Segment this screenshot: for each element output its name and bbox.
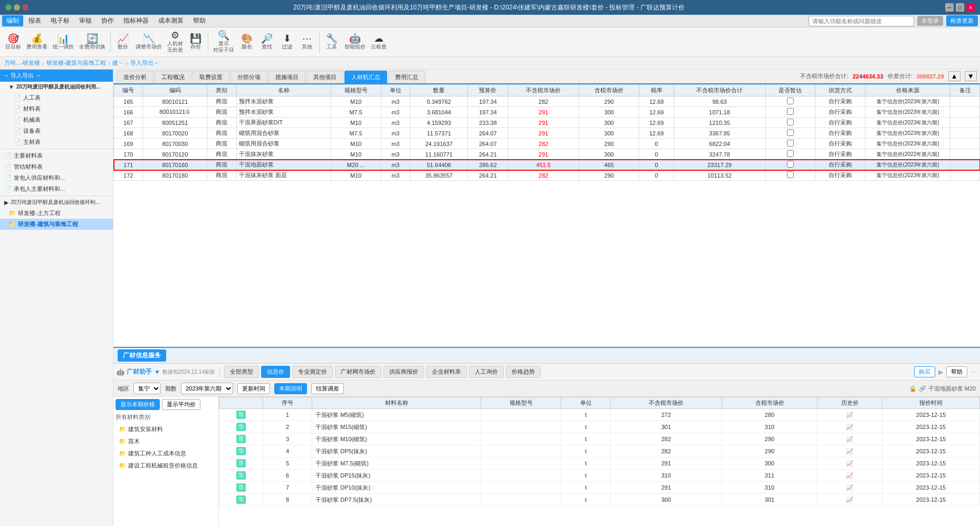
bottom-cell-trend[interactable]: 📈 bbox=[818, 445, 882, 457]
tab-project-overview[interactable]: 工程概况 bbox=[155, 71, 191, 83]
import-price-button[interactable]: 导 bbox=[236, 495, 246, 504]
maximize-button[interactable]: □ bbox=[956, 3, 964, 12]
toolbar-man-machine[interactable]: ⚙ 人机材无价差 bbox=[165, 30, 185, 54]
region-select[interactable]: 集宁 bbox=[133, 383, 161, 394]
import-price-button[interactable]: 导 bbox=[236, 483, 246, 492]
update-time-button[interactable]: 更新时间 bbox=[237, 383, 270, 394]
bottom-tab-pro-price[interactable]: 专业测定价 bbox=[292, 366, 333, 378]
import-price-button[interactable]: 导 bbox=[236, 423, 246, 431]
toolbar-tools[interactable]: 🔧 工具 bbox=[322, 33, 341, 51]
toolbar-full-fee[interactable]: 🔄 全费用切换 bbox=[77, 33, 108, 51]
sidebar-item-labor[interactable]: 📄 人工表 bbox=[0, 92, 113, 103]
toolbar-smart-price[interactable]: 🤖 智能组价 bbox=[342, 33, 368, 51]
category-machinery[interactable]: 📁 建设工程机械租赁价格信息 bbox=[116, 460, 216, 472]
table-row[interactable]: 16880170020商混砌筑用混合砂浆M7.5m311.57371264.07… bbox=[114, 128, 980, 139]
bottom-table-row[interactable]: 导5干混砂浆 M7.5(砌筑)t291300📈2023-12-15 bbox=[219, 457, 980, 470]
sidebar-item-pipe-materials[interactable]: 📄 管结材料表 bbox=[0, 161, 113, 172]
toolbar-save-price[interactable]: 💾 存价 bbox=[186, 33, 205, 51]
check-update-button[interactable]: 检查更新 bbox=[946, 15, 978, 26]
sidebar-item-owner-supply[interactable]: 📄 发包人供应材料和... bbox=[0, 172, 113, 183]
category-seedling[interactable]: 📁 苗木 bbox=[116, 435, 216, 447]
bottom-table-row[interactable]: 导2干混砂浆 M15(砌筑)t301310📈2023-12-15 bbox=[219, 421, 980, 433]
toolbar-unified-price[interactable]: 📊 统一调价 bbox=[51, 33, 76, 51]
bottom-cell-btn[interactable]: 导 bbox=[219, 457, 263, 470]
bottom-cell-btn[interactable]: 导 bbox=[219, 433, 263, 445]
toolbar-adjust-market[interactable]: 📉 调整市场价 bbox=[133, 33, 164, 51]
import-price-button[interactable]: 导 bbox=[236, 471, 246, 480]
toolbar-show-items[interactable]: 🔍 显示对应子目 bbox=[211, 30, 236, 54]
bottom-cell-trend[interactable]: 📈 bbox=[818, 433, 882, 445]
tab-other-items[interactable]: 其他项目 bbox=[306, 71, 343, 83]
bottom-tab-all-types[interactable]: 全部类型 bbox=[224, 366, 259, 378]
help-button[interactable]: 帮助 bbox=[946, 366, 967, 377]
sidebar-item-project[interactable]: ▼ 20万吨废旧甲醇及废机油回收利用... bbox=[0, 82, 113, 92]
toolbar-num-price[interactable]: 📈 数价 bbox=[113, 33, 132, 51]
bottom-table-row[interactable]: 导6干混砂浆 DP15(抹灰)t310311📈2023-12-15 bbox=[219, 470, 980, 482]
bottom-cell-btn[interactable]: 导 bbox=[219, 470, 263, 482]
bottom-table-row[interactable]: 导3干混砂浆 M10(砌筑)t282290📈2023-12-15 bbox=[219, 433, 980, 445]
menu-item-help[interactable]: 帮助 bbox=[189, 15, 210, 26]
import-price-button[interactable]: 导 bbox=[236, 435, 246, 443]
bottom-cell-trend[interactable]: 📈 bbox=[818, 482, 882, 494]
menu-item-collab[interactable]: 协作 bbox=[97, 15, 118, 26]
bottom-table-row[interactable]: 导4干混砂浆 DP5(抹灰)t282290📈2023-12-15 bbox=[219, 445, 980, 457]
bottom-cell-trend[interactable]: 📈 bbox=[818, 409, 882, 421]
menu-item-index[interactable]: 指标神器 bbox=[119, 15, 153, 26]
bottom-cell-trend[interactable]: 📈 bbox=[818, 421, 882, 433]
tab-fee-settings[interactable]: 取费设置 bbox=[193, 71, 229, 83]
bottom-cell-trend[interactable]: 📈 bbox=[818, 494, 882, 506]
sidebar-item-main-material[interactable]: 📄 主材表 bbox=[0, 137, 113, 148]
tab-man-material-machine[interactable]: 人材机汇总 bbox=[344, 71, 387, 83]
bottom-cell-btn[interactable]: 导 bbox=[219, 445, 263, 457]
breadcrumb-part-3[interactable]: 导入导出→ bbox=[130, 59, 159, 67]
tab-cost-analysis[interactable]: 造价分析 bbox=[117, 71, 153, 83]
buy-button[interactable]: 购买 bbox=[914, 366, 935, 377]
sidebar-item-project-name[interactable]: ▶ 20万吨废旧甲醇及废机油回收循环利... bbox=[0, 197, 113, 208]
sidebar-item-equipment[interactable]: 📄 设备表 bbox=[0, 125, 113, 137]
toolbar-target[interactable]: 🎯 目目标 bbox=[3, 33, 23, 51]
menu-item-cost[interactable]: 成本测算 bbox=[154, 15, 188, 26]
menu-item-audit[interactable]: 审核 bbox=[75, 15, 96, 26]
search-input[interactable] bbox=[809, 16, 914, 26]
toolbar-fee-view[interactable]: 💰 费用查看 bbox=[24, 33, 50, 51]
toolbar-other[interactable]: ⋯ 其他 bbox=[297, 33, 316, 51]
toolbar-filter[interactable]: ⬇ 过滤 bbox=[277, 33, 296, 51]
bottom-tab-supplier-price[interactable]: 供应商报价 bbox=[383, 366, 424, 378]
table-row[interactable]: 16780051251商混干混界面砂浆DITM10m34.159293233.3… bbox=[114, 118, 980, 128]
adjust-diff-button[interactable]: 结算调差 bbox=[311, 383, 344, 394]
period-select[interactable]: 2023年第六期 bbox=[181, 383, 233, 394]
import-price-button[interactable]: 导 bbox=[236, 459, 246, 467]
table-row[interactable]: 16580010121商混预拌水泥砂浆M10m30.349762197.3428… bbox=[114, 96, 980, 107]
bottom-table-row[interactable]: 导8干混砂浆 DP7.5(抹灰)t300301📈2023-12-15 bbox=[219, 494, 980, 506]
sidebar-item-key-materials[interactable]: 📄 主要材料表 bbox=[0, 150, 113, 161]
show-avg-price-button[interactable]: 显示平均价 bbox=[162, 399, 200, 410]
bottom-cell-trend[interactable]: 📈 bbox=[818, 457, 882, 470]
this-period-button[interactable]: 本期说明 bbox=[274, 383, 307, 394]
sidebar-item-arch-work[interactable]: 📁 研发楼-建筑与装饰工程 bbox=[0, 219, 113, 230]
sidebar-item-material[interactable]: 📄 材料表 bbox=[0, 103, 113, 114]
breadcrumb-part-2[interactable]: 建→ bbox=[112, 59, 124, 67]
close-button[interactable]: ✕ bbox=[966, 3, 975, 12]
show-period-price-button[interactable]: 显示本期价格 bbox=[116, 399, 160, 410]
sidebar-item-earth-work[interactable]: 📁 研发楼-土方工程 bbox=[0, 208, 113, 219]
bottom-table-row[interactable]: 导7干混砂浆 DP10(抹灰)t291310📈2023-12-15 bbox=[219, 482, 980, 494]
menu-item-edit[interactable]: 编制 bbox=[2, 15, 23, 26]
table-row[interactable]: 16680010121①商混预拌水泥砂浆M7.5m33.681044197.34… bbox=[114, 107, 980, 118]
login-button[interactable]: 未登录 bbox=[917, 16, 943, 26]
table-row[interactable]: 17280170180商混干混抹灰砂浆 面层M10m335.863557264.… bbox=[114, 170, 980, 181]
menu-item-etender[interactable]: 电子标 bbox=[46, 15, 74, 26]
bottom-cell-btn[interactable]: 导 bbox=[219, 494, 263, 506]
bottom-tab-market-price[interactable]: 广材网市场价 bbox=[335, 366, 381, 378]
tab-sections[interactable]: 分部分项 bbox=[230, 71, 267, 83]
bottom-cell-trend[interactable]: 📈 bbox=[818, 470, 882, 482]
import-price-button[interactable]: 导 bbox=[236, 411, 246, 419]
import-price-button[interactable]: 导 bbox=[236, 447, 246, 455]
category-arch-install[interactable]: 📁 建筑安装材料 bbox=[116, 423, 216, 435]
breadcrumb-part-0[interactable]: 万吨...-研发楼 bbox=[4, 59, 40, 67]
bottom-tab-info-price[interactable]: 信息价 bbox=[261, 366, 290, 378]
helper-assistant[interactable]: 🤖 广材助手 ▼ bbox=[117, 367, 160, 376]
bottom-tab-price-trend[interactable]: 价格趋势 bbox=[506, 366, 541, 378]
table-row[interactable]: 16980170030商混砌筑用混合砂浆M10m324.191637264.07… bbox=[114, 139, 980, 149]
bottom-cell-btn[interactable]: 导 bbox=[219, 421, 263, 433]
breadcrumb-part-1[interactable]: 研发楼-建筑与装饰工程 bbox=[46, 59, 107, 67]
